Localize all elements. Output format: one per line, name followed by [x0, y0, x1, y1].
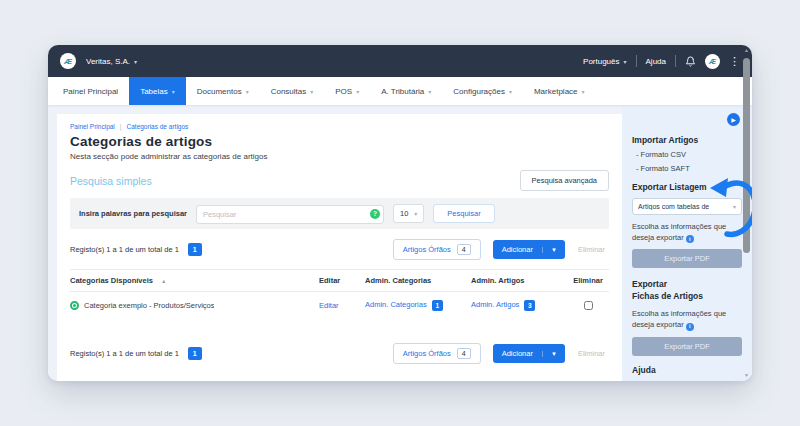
nav-a-tributaria[interactable]: A. Tributária▾	[370, 77, 442, 105]
help-section-title: Ajuda	[632, 365, 742, 375]
delete-button-disabled[interactable]: Eliminar	[578, 245, 605, 254]
export-pdf-button-2[interactable]: Exportar PDF	[632, 337, 742, 356]
import-articles-title: Importar Artigos	[632, 135, 742, 145]
user-avatar[interactable]: Æ	[705, 54, 720, 69]
language-selector[interactable]: Português ▾	[583, 57, 626, 66]
right-sidebar: ▶ Importar Artigos - Formato CSV - Forma…	[622, 105, 752, 381]
orphan-articles-button[interactable]: Artigos Órfãos 4	[393, 343, 481, 364]
orphan-count-badge: 4	[457, 348, 471, 359]
add-button[interactable]: Adicionar ▼	[493, 240, 565, 259]
table-row: Categoria exemplo - Produtos/Serviços Ed…	[70, 292, 609, 319]
column-header-name[interactable]: Categorias Disponíveis ▲	[70, 276, 319, 285]
table-header-row: Categorias Disponíveis ▲ Editar Admin. C…	[70, 269, 609, 292]
orphan-count-badge: 4	[457, 244, 471, 255]
admin-articles-link[interactable]: Admin. Artigos	[471, 300, 519, 309]
breadcrumb-painel-principal[interactable]: Painel Principal	[70, 123, 115, 130]
kebab-menu-icon[interactable]: ⋮	[729, 56, 740, 67]
column-header-delete: Eliminar	[567, 276, 609, 285]
scroll-up-icon[interactable]: ▲	[744, 47, 749, 54]
add-button[interactable]: Adicionar ▼	[493, 344, 565, 363]
admin-categories-count-badge[interactable]: 1	[432, 300, 443, 311]
search-help-icon[interactable]: ?	[370, 209, 380, 219]
nav-consultas[interactable]: Consultas▾	[260, 77, 325, 105]
search-label: Insira palavras para pesquisar	[79, 209, 187, 218]
records-count-text: Registo(s) 1 a 1 de um total de 1	[70, 245, 179, 254]
nav-pos[interactable]: POS▾	[324, 77, 370, 105]
chevron-down-icon: ▾	[624, 58, 627, 65]
nav-tabelas[interactable]: Tabelas▾	[129, 77, 186, 105]
page-size-select[interactable]: 10 ▾	[393, 204, 424, 223]
export-type-select[interactable]: Artigos com tabelas de ▾	[632, 198, 742, 215]
chevron-down-icon: ▾	[310, 88, 313, 95]
info-icon[interactable]: i	[686, 235, 694, 243]
notifications-bell-icon[interactable]	[685, 56, 696, 67]
chevron-down-icon: ▾	[509, 88, 512, 95]
export-info-text: Escolha as informações que deseja export…	[632, 222, 742, 243]
nav-painel-principal[interactable]: Painel Principal	[52, 77, 129, 105]
orphan-articles-button[interactable]: Artigos Órfãos 4	[393, 239, 481, 260]
page-1-button[interactable]: 1	[188, 243, 202, 256]
search-input[interactable]	[196, 205, 384, 224]
chevron-down-icon: ▾	[733, 203, 736, 210]
company-logo-icon: Æ	[60, 53, 76, 69]
content-area: Painel Principal | Categorias de artigos…	[48, 105, 752, 381]
scrollbar-thumb[interactable]	[743, 58, 750, 253]
categories-table: Categorias Disponíveis ▲ Editar Admin. C…	[70, 269, 609, 319]
main-panel: Painel Principal | Categorias de artigos…	[57, 114, 622, 381]
chevron-down-icon: ▾	[428, 88, 431, 95]
company-menu[interactable]: Æ Veritas, S.A. ▾	[60, 53, 137, 69]
admin-categories-link[interactable]: Admin. Categorias	[365, 300, 427, 309]
sort-asc-icon: ▲	[161, 278, 166, 284]
column-header-admin-articles: Admin. Artigos	[471, 276, 567, 285]
admin-articles-count-badge[interactable]: 3	[524, 300, 535, 311]
chevron-down-icon: ▾	[246, 88, 249, 95]
page-title: Categorias de artigos	[70, 134, 609, 149]
format-saft-link[interactable]: - Formato SAFT	[632, 164, 742, 173]
breadcrumb-separator: |	[120, 123, 122, 130]
breadcrumb: Painel Principal | Categorias de artigos	[70, 123, 609, 130]
chevron-down-icon: ▾	[172, 88, 175, 95]
page-1-button[interactable]: 1	[188, 347, 202, 360]
export-info-text-2: Escolha as informações que deseja export…	[632, 309, 742, 330]
chevron-down-icon: ▼	[542, 247, 565, 253]
records-count-text: Registo(s) 1 a 1 de um total de 1	[70, 349, 179, 358]
records-row-top: Registo(s) 1 a 1 de um total de 1 1 Arti…	[70, 239, 609, 260]
top-bar: Æ Veritas, S.A. ▾ Português ▾ Ajuda Æ ⋮	[48, 45, 752, 77]
category-status-icon	[70, 301, 79, 310]
main-nav: Painel Principal Tabelas▾ Documentos▾ Co…	[48, 77, 752, 105]
info-icon[interactable]: i	[686, 323, 694, 331]
help-link[interactable]: Ajuda	[646, 57, 666, 66]
nav-configuracoes[interactable]: Configurações▾	[442, 77, 523, 105]
edit-link[interactable]: Editar	[319, 301, 339, 310]
divider	[636, 55, 637, 67]
window-scrollbar[interactable]: ▲ ▼	[742, 47, 751, 379]
scrollbar-track[interactable]	[742, 54, 751, 372]
sidebar-collapse-button[interactable]: ▶	[727, 113, 740, 126]
search-band: Insira palavras para pesquisar ? 10 ▾ Pe…	[70, 198, 609, 229]
category-name: Categoria exemplo - Produtos/Serviços	[84, 301, 214, 310]
column-header-edit: Editar	[319, 276, 365, 285]
scroll-down-icon[interactable]: ▼	[744, 372, 749, 379]
chevron-down-icon: ▾	[356, 88, 359, 95]
row-select-checkbox[interactable]	[584, 301, 593, 310]
advanced-search-button[interactable]: Pesquisa avançada	[520, 170, 609, 191]
chevron-down-icon: ▾	[582, 88, 585, 95]
search-button[interactable]: Pesquisar	[433, 204, 494, 223]
chevron-down-icon: ▾	[134, 58, 137, 65]
nav-marketplace[interactable]: Marketplace▾	[523, 77, 596, 105]
page-subtitle: Nesta secção pode administrar as categor…	[70, 152, 609, 161]
format-csv-link[interactable]: - Formato CSV	[632, 150, 742, 159]
app-window: Æ Veritas, S.A. ▾ Português ▾ Ajuda Æ ⋮ …	[48, 45, 752, 381]
export-sheets-title: Exportar Fichas de Artigos	[632, 279, 742, 302]
nav-documentos[interactable]: Documentos▾	[186, 77, 260, 105]
column-header-admin-categories: Admin. Categorias	[365, 276, 471, 285]
delete-button-disabled[interactable]: Eliminar	[578, 349, 605, 358]
company-name: Veritas, S.A.	[86, 57, 130, 66]
records-row-bottom: Registo(s) 1 a 1 de um total de 1 1 Arti…	[70, 343, 609, 364]
simple-search-title: Pesquisa simples	[70, 175, 152, 187]
divider	[675, 55, 676, 67]
breadcrumb-categorias[interactable]: Categorias de artigos	[127, 123, 189, 130]
chevron-down-icon: ▼	[542, 351, 565, 357]
export-pdf-button[interactable]: Exportar PDF	[632, 249, 742, 268]
export-list-title: Exportar Listagem	[632, 182, 742, 192]
